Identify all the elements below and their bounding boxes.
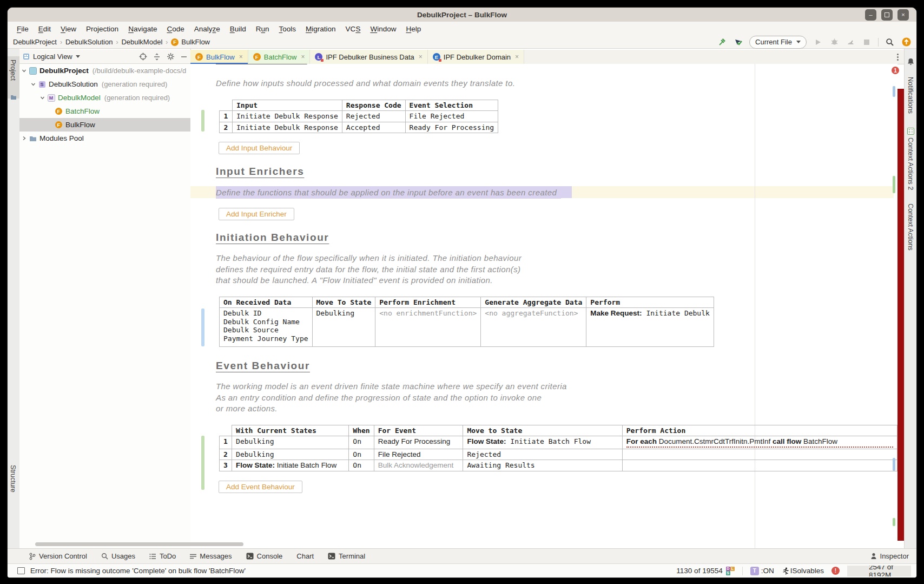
close-icon[interactable]: × bbox=[301, 53, 305, 61]
locate-icon[interactable] bbox=[139, 53, 147, 61]
table-cell[interactable] bbox=[622, 449, 897, 460]
chevron-down-icon[interactable] bbox=[76, 55, 80, 58]
tree-item-debulkmodel[interactable]: MDebulkModel(generation required) bbox=[19, 91, 190, 104]
chevron-down-icon[interactable] bbox=[21, 68, 27, 74]
tool-stripe-notifications[interactable]: Notifications bbox=[907, 77, 914, 114]
editor-tab-batchflow[interactable]: FBatchFlow× bbox=[248, 50, 311, 64]
table-cell[interactable]: Ready For Processing bbox=[405, 122, 498, 133]
table-cell[interactable]: File Rejected bbox=[405, 111, 498, 122]
notifications-bell-icon[interactable] bbox=[907, 58, 914, 65]
tool-stripe-context-actions-2[interactable]: Context Actions 2 bbox=[907, 137, 914, 190]
close-icon[interactable]: × bbox=[239, 53, 243, 61]
table-cell[interactable]: Awaiting Results bbox=[463, 460, 622, 471]
close-icon[interactable]: × bbox=[515, 53, 519, 61]
breadcrumb-item[interactable]: DebulkProject bbox=[13, 38, 57, 46]
solvables-widget[interactable]: ISolvables bbox=[782, 567, 824, 575]
debug-icon[interactable] bbox=[829, 37, 839, 47]
close-icon[interactable]: × bbox=[419, 53, 423, 61]
memory-indicator[interactable]: 2547 of 8192M bbox=[847, 566, 911, 576]
settings-gear-icon[interactable] bbox=[167, 53, 175, 61]
menu-help[interactable]: Help bbox=[401, 25, 426, 33]
menu-edit[interactable]: Edit bbox=[34, 25, 56, 33]
error-scroll-stripe[interactable] bbox=[897, 89, 904, 541]
breadcrumb-item[interactable]: DebulkModel bbox=[121, 38, 162, 46]
minimize-button[interactable]: – bbox=[865, 9, 876, 21]
menu-navigate[interactable]: Navigate bbox=[123, 25, 162, 33]
menu-projection[interactable]: Projection bbox=[81, 25, 123, 33]
toolwindow-console[interactable]: Console bbox=[246, 552, 283, 560]
table-cell[interactable]: Rejected bbox=[342, 111, 405, 122]
table-cell[interactable]: Bulk Acknowledgement bbox=[374, 460, 463, 471]
tool-stripe-project[interactable]: Project bbox=[9, 60, 17, 81]
menu-tools[interactable]: Tools bbox=[274, 25, 301, 33]
toolwindow-inspector[interactable]: Inspector bbox=[870, 552, 909, 560]
menu-analyze[interactable]: Analyze bbox=[189, 25, 225, 33]
stop-icon[interactable] bbox=[862, 37, 872, 47]
toggle-widget[interactable]: T :ON bbox=[750, 567, 774, 575]
hide-panel-icon[interactable] bbox=[181, 54, 187, 60]
menu-file[interactable]: File bbox=[12, 25, 34, 33]
table-cell[interactable]: Flow State: Initiate Batch Flow bbox=[463, 436, 622, 449]
window-layout-icon[interactable] bbox=[17, 567, 25, 574]
profiler-icon[interactable] bbox=[846, 37, 855, 47]
table-cell[interactable] bbox=[622, 460, 897, 471]
table-cell[interactable]: On bbox=[349, 460, 374, 471]
table-cell[interactable]: Make Request: Initiate Debulk bbox=[586, 308, 714, 347]
tree-item-bulkflow[interactable]: FBulkFlow bbox=[19, 118, 190, 132]
add-event-behaviour-button[interactable]: Add Event Behaviour bbox=[219, 481, 302, 493]
error-count-icon[interactable]: ! bbox=[831, 567, 840, 575]
search-everywhere-icon[interactable] bbox=[885, 37, 895, 47]
toolwindow-messages[interactable]: Messages bbox=[190, 552, 232, 560]
stripe-mark[interactable] bbox=[893, 458, 895, 471]
run-configuration-select[interactable]: Current File bbox=[749, 36, 807, 49]
table-cell[interactable]: File Rejected bbox=[374, 449, 463, 460]
horizontal-scrollbar[interactable] bbox=[35, 542, 243, 546]
view-selector[interactable]: Logical View bbox=[33, 53, 72, 61]
tool-stripe-structure[interactable]: Structure bbox=[9, 465, 17, 493]
table-cell[interactable]: <no aggregateFunction> bbox=[481, 308, 586, 347]
tree-item-modules-pool[interactable]: Modules Pool bbox=[19, 132, 190, 145]
chevron-down-icon[interactable] bbox=[30, 81, 36, 88]
build-hammer-icon[interactable] bbox=[717, 37, 727, 47]
build-check-icon[interactable] bbox=[733, 37, 743, 47]
table-cell[interactable]: On bbox=[349, 449, 374, 460]
toolwindow-usages[interactable]: Usages bbox=[101, 552, 135, 560]
stripe-mark[interactable] bbox=[893, 86, 895, 97]
collapse-all-icon[interactable] bbox=[153, 53, 161, 61]
close-button[interactable]: × bbox=[897, 9, 909, 21]
table-cell[interactable]: Rejected bbox=[463, 449, 622, 460]
add-input-behaviour-button[interactable]: Add Input Behaviour bbox=[219, 142, 300, 154]
stripe-mark[interactable] bbox=[893, 176, 895, 193]
toolwindow-version-control[interactable]: Version Control bbox=[29, 552, 87, 560]
menu-code[interactable]: Code bbox=[162, 25, 189, 33]
table-cell[interactable]: Accepted bbox=[342, 122, 405, 133]
table-cell[interactable]: Initiate Debulk Response bbox=[233, 122, 342, 133]
run-icon[interactable] bbox=[813, 37, 823, 47]
table-cell[interactable]: For each Document.CstmrCdtTrfInitn.PmtIn… bbox=[622, 436, 897, 449]
breadcrumb-item[interactable]: DebulkSolution bbox=[65, 38, 113, 46]
table-cell[interactable]: Debulking bbox=[232, 436, 349, 449]
editor-tab-bulkflow[interactable]: FBulkFlow× bbox=[190, 50, 248, 64]
menu-migration[interactable]: Migration bbox=[301, 25, 341, 33]
table-cell[interactable]: Ready For Processing bbox=[374, 436, 463, 449]
add-input-enricher-button[interactable]: Add Input Enricher bbox=[219, 208, 294, 220]
table-cell[interactable]: Initiate Debulk Response bbox=[233, 111, 342, 122]
table-cell[interactable]: Flow State: Initiate Batch Flow bbox=[232, 460, 349, 471]
chevron-right-icon[interactable] bbox=[21, 135, 27, 142]
toolwindow-chart[interactable]: Chart bbox=[296, 552, 314, 560]
chevron-down-icon[interactable] bbox=[39, 95, 45, 101]
menu-view[interactable]: View bbox=[56, 25, 81, 33]
editor-tab-ipf-debulker-business-data[interactable]: LIPF Debulker Business Data× bbox=[310, 50, 427, 64]
menu-window[interactable]: Window bbox=[365, 25, 401, 33]
tree-item-batchflow[interactable]: FBatchFlow bbox=[19, 104, 190, 118]
menu-vcs[interactable]: VCS bbox=[341, 25, 366, 33]
tab-list-icon[interactable] bbox=[896, 53, 900, 62]
menu-run[interactable]: Run bbox=[251, 25, 274, 33]
editor-tab-ipf-debulker-domain[interactable]: EIPF Debulker Domain× bbox=[428, 50, 524, 64]
table-cell[interactable]: <no enrichmentFunction> bbox=[375, 308, 481, 347]
tree-item-debulkproject[interactable]: DebulkProject(/build/debulk-example-docs… bbox=[19, 64, 190, 77]
table-cell[interactable]: Debulking bbox=[232, 449, 349, 460]
table-cell[interactable]: Debulk IDDebulk Config NameDebulk Source… bbox=[220, 308, 313, 347]
caret-position-widget[interactable]: 1130 of 19554 DLS bbox=[676, 567, 734, 575]
table-cell[interactable]: On bbox=[349, 436, 374, 449]
